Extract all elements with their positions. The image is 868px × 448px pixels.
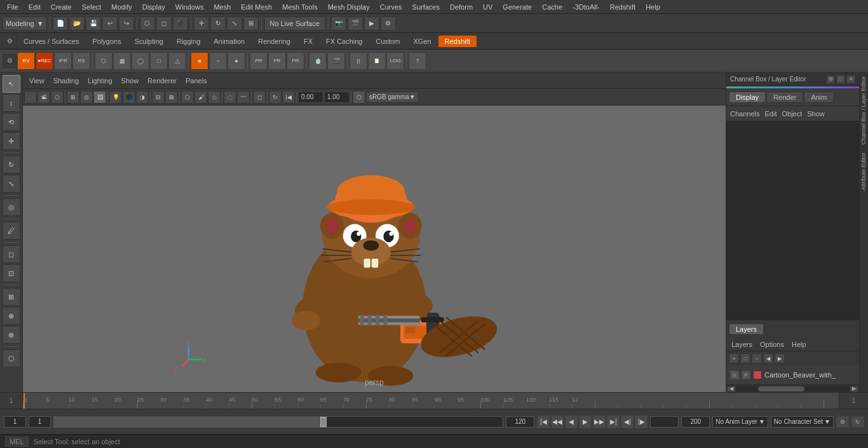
shelf-icon-logo[interactable]: RS [72,52,90,70]
frame-input-right[interactable] [29,416,51,428]
rotate-tool-btn[interactable]: ↻ [210,17,226,31]
move-tool-btn[interactable]: ✛ [194,17,209,31]
menu-uv[interactable]: UV [478,2,497,12]
vp-hud-btn[interactable]: ⊠ [165,91,178,104]
ch-menu-object[interactable]: Object [782,110,802,118]
ch-menu-show[interactable]: Show [807,110,825,118]
tab-curves-surfaces[interactable]: Curves / Surfaces [17,36,85,47]
select-btn[interactable]: ↖ [3,75,20,93]
shelf-icon-pot[interactable]: 🍵 [309,52,327,70]
vp-cam-end[interactable]: |◀ [282,91,295,104]
vp-tex-btn[interactable]: 🖼 [93,91,106,104]
vp-crease-btn[interactable]: ◇ [208,91,220,104]
menu-mesh[interactable]: Mesh [209,2,235,12]
layer-color-swatch[interactable] [753,370,762,379]
lasso-btn[interactable]: ⟲ [3,113,20,131]
shelf-icon-doc[interactable]: 📋 [368,52,386,70]
prev-key-btn[interactable]: ◀| [621,416,634,428]
3d-viewport[interactable]: X Y Z persp [23,105,726,392]
vp-grid-btn[interactable]: ⊟ [152,91,165,104]
vtl-attribute-editor[interactable]: Attribute Editor [860,149,868,194]
vp-menu-lighting[interactable]: Lighting [84,76,116,86]
mode-dropdown[interactable]: Modeling ▼ [3,17,47,31]
layer-visibility-btn[interactable]: V [730,370,739,379]
lm-help[interactable]: Help [789,341,809,348]
render-settings-btn[interactable]: ⚙ [381,17,396,31]
vp-hair-btn[interactable]: 〰 [237,91,250,104]
menu-redshift[interactable]: Redshift [606,2,640,12]
snap-point-btn[interactable]: ⊗ [3,326,20,344]
tab-animation[interactable]: Animation [207,36,251,47]
tab-anim[interactable]: Anim [804,92,834,103]
cycle-btn[interactable]: ↻ [851,416,864,428]
current-frame-input[interactable] [4,416,26,428]
menu-edit-mesh[interactable]: Edit Mesh [236,2,276,12]
new-scene-btn[interactable]: 📄 [53,17,68,31]
tab-xgen[interactable]: XGen [407,36,437,47]
shelf-icon-pr3[interactable]: PR [287,52,304,70]
tab-rendering[interactable]: Rendering [252,36,297,47]
panel-settings-btn[interactable]: ⚙ [826,75,835,84]
layers-scrollbar-thumb[interactable] [758,386,804,391]
menu-3dtoall[interactable]: -3DtoAll- [568,2,604,12]
script-mode-label[interactable]: MEL [5,437,29,447]
lm-options[interactable]: Options [757,341,787,348]
paint-sel-btn[interactable]: ⚫ [173,17,188,31]
vp-sel-mask[interactable]: ◻ [253,91,266,104]
play-back-btn[interactable]: ◀ [565,416,578,428]
soft-mod-btn[interactable]: ◎ [3,198,20,216]
tab-custom[interactable]: Custom [370,36,407,47]
vp-xray-btn[interactable]: ◌ [224,91,236,104]
shelf-icon-rec[interactable]: ●REC [36,52,53,70]
lasso-tool-btn[interactable]: ◻ [156,17,172,31]
undo-btn[interactable]: ↩ [102,17,118,31]
vp-obj-mode[interactable]: ⬡ [181,91,194,104]
tab-polygons[interactable]: Polygons [86,36,127,47]
tab-redshift[interactable]: Redshift [438,36,477,47]
layer-delete-btn[interactable]: − [752,353,762,363]
vp-smooth-btn[interactable]: ◎ [80,91,93,104]
menu-create[interactable]: Create [46,2,76,12]
vp-menu-panels[interactable]: Panels [182,76,211,86]
shelf-icon-film[interactable]: 🎬 [327,52,345,70]
menu-select[interactable]: Select [78,2,106,12]
char-set-dropdown[interactable]: No Character Set ▼ [771,416,834,428]
anim-layer-dropdown[interactable]: No Anim Layer ▼ [712,416,768,428]
render-region-btn[interactable]: ⬡ [3,350,20,367]
shelf-icon-orange-cube[interactable]: ■ [191,52,208,70]
play-forward-btn[interactable]: ▶ [579,416,592,428]
panel-float-btn[interactable]: □ [836,75,845,84]
vp-camera-home[interactable]: 🎥 [24,91,37,104]
shelf-icon-pr1[interactable]: PR [250,52,268,70]
shelf-icon-help[interactable]: ? [409,52,426,70]
snap-curve-btn[interactable]: ⊕ [3,307,20,325]
go-to-end-btn[interactable]: ▶| [607,416,620,428]
paint-select-btn[interactable]: ↕ [3,94,20,112]
tab-fx-caching[interactable]: FX Caching [320,36,369,47]
menu-curves[interactable]: Curves [376,2,407,12]
vp-loop-btn[interactable]: ↻ [269,91,281,104]
shelf-icon-circle[interactable]: ● [227,52,245,70]
menu-deform[interactable]: Deform [445,2,477,12]
camera-btn[interactable]: 📷 [331,17,346,31]
tab-rigging[interactable]: Rigging [170,36,207,47]
menu-help[interactable]: Help [641,2,665,12]
tab-fx[interactable]: FX [297,36,319,47]
vp-colorspace-icon[interactable]: ⬡ [353,91,365,104]
layer-new-btn[interactable]: + [729,353,739,363]
menu-surfaces[interactable]: Surfaces [408,2,444,12]
shelf-icon-ipr[interactable]: IPR [54,52,72,70]
next-key-btn[interactable]: |▶ [635,416,648,428]
vp-colorspace-dropdown[interactable]: sRGB gamma ▼ [366,92,419,103]
menu-windows[interactable]: Windows [171,2,208,12]
vp-wire-btn[interactable]: ⊞ [67,91,79,104]
layer-up-btn[interactable]: ◀ [763,353,773,363]
show-manip-btn[interactable]: ◻ [3,245,20,263]
redo-btn[interactable]: ↪ [119,17,134,31]
rotate-btn[interactable]: ↻ [3,156,20,173]
step-back-btn[interactable]: ◀◀ [551,416,564,428]
layer-new-empty-btn[interactable]: □ [740,353,750,363]
menu-generate[interactable]: Generate [498,2,536,12]
sculpt-btn[interactable]: 🖊 [3,222,20,240]
layer-playback-btn[interactable]: P [742,370,750,379]
